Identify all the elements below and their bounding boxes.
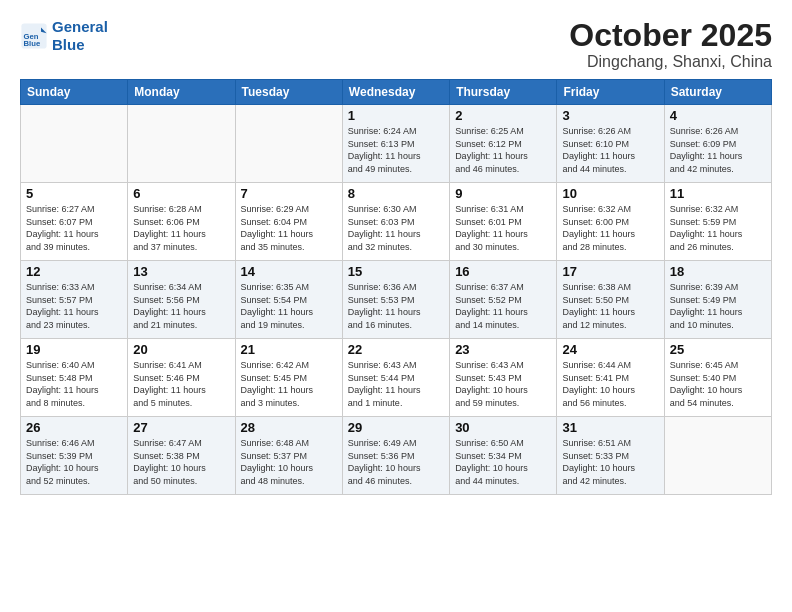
- day-number: 13: [133, 264, 229, 279]
- day-info: Sunrise: 6:30 AM Sunset: 6:03 PM Dayligh…: [348, 203, 444, 253]
- calendar-cell: 1Sunrise: 6:24 AM Sunset: 6:13 PM Daylig…: [342, 105, 449, 183]
- day-info: Sunrise: 6:49 AM Sunset: 5:36 PM Dayligh…: [348, 437, 444, 487]
- calendar-cell: 28Sunrise: 6:48 AM Sunset: 5:37 PM Dayli…: [235, 417, 342, 495]
- calendar-cell: [235, 105, 342, 183]
- day-info: Sunrise: 6:50 AM Sunset: 5:34 PM Dayligh…: [455, 437, 551, 487]
- svg-text:Blue: Blue: [24, 39, 41, 48]
- calendar-cell: 10Sunrise: 6:32 AM Sunset: 6:00 PM Dayli…: [557, 183, 664, 261]
- calendar-cell: 30Sunrise: 6:50 AM Sunset: 5:34 PM Dayli…: [450, 417, 557, 495]
- day-info: Sunrise: 6:26 AM Sunset: 6:09 PM Dayligh…: [670, 125, 766, 175]
- day-number: 11: [670, 186, 766, 201]
- calendar-cell: 24Sunrise: 6:44 AM Sunset: 5:41 PM Dayli…: [557, 339, 664, 417]
- calendar-cell: 13Sunrise: 6:34 AM Sunset: 5:56 PM Dayli…: [128, 261, 235, 339]
- day-number: 18: [670, 264, 766, 279]
- day-number: 16: [455, 264, 551, 279]
- day-number: 8: [348, 186, 444, 201]
- day-info: Sunrise: 6:33 AM Sunset: 5:57 PM Dayligh…: [26, 281, 122, 331]
- calendar-table: SundayMondayTuesdayWednesdayThursdayFrid…: [20, 79, 772, 495]
- day-info: Sunrise: 6:51 AM Sunset: 5:33 PM Dayligh…: [562, 437, 658, 487]
- calendar-cell: 14Sunrise: 6:35 AM Sunset: 5:54 PM Dayli…: [235, 261, 342, 339]
- day-info: Sunrise: 6:43 AM Sunset: 5:43 PM Dayligh…: [455, 359, 551, 409]
- calendar-cell: [21, 105, 128, 183]
- calendar-cell: 9Sunrise: 6:31 AM Sunset: 6:01 PM Daylig…: [450, 183, 557, 261]
- day-info: Sunrise: 6:44 AM Sunset: 5:41 PM Dayligh…: [562, 359, 658, 409]
- calendar-cell: 29Sunrise: 6:49 AM Sunset: 5:36 PM Dayli…: [342, 417, 449, 495]
- day-number: 27: [133, 420, 229, 435]
- day-number: 31: [562, 420, 658, 435]
- day-info: Sunrise: 6:29 AM Sunset: 6:04 PM Dayligh…: [241, 203, 337, 253]
- calendar-cell: 27Sunrise: 6:47 AM Sunset: 5:38 PM Dayli…: [128, 417, 235, 495]
- calendar-page: Gen Blue General Blue October 2025 Dingc…: [0, 0, 792, 612]
- week-row-1: 1Sunrise: 6:24 AM Sunset: 6:13 PM Daylig…: [21, 105, 772, 183]
- day-info: Sunrise: 6:34 AM Sunset: 5:56 PM Dayligh…: [133, 281, 229, 331]
- calendar-cell: 6Sunrise: 6:28 AM Sunset: 6:06 PM Daylig…: [128, 183, 235, 261]
- calendar-cell: 12Sunrise: 6:33 AM Sunset: 5:57 PM Dayli…: [21, 261, 128, 339]
- weekday-header-wednesday: Wednesday: [342, 80, 449, 105]
- day-info: Sunrise: 6:25 AM Sunset: 6:12 PM Dayligh…: [455, 125, 551, 175]
- day-info: Sunrise: 6:38 AM Sunset: 5:50 PM Dayligh…: [562, 281, 658, 331]
- calendar-cell: 22Sunrise: 6:43 AM Sunset: 5:44 PM Dayli…: [342, 339, 449, 417]
- week-row-3: 12Sunrise: 6:33 AM Sunset: 5:57 PM Dayli…: [21, 261, 772, 339]
- day-number: 19: [26, 342, 122, 357]
- day-number: 4: [670, 108, 766, 123]
- week-row-4: 19Sunrise: 6:40 AM Sunset: 5:48 PM Dayli…: [21, 339, 772, 417]
- calendar-cell: 4Sunrise: 6:26 AM Sunset: 6:09 PM Daylig…: [664, 105, 771, 183]
- calendar-cell: 5Sunrise: 6:27 AM Sunset: 6:07 PM Daylig…: [21, 183, 128, 261]
- day-number: 23: [455, 342, 551, 357]
- day-number: 1: [348, 108, 444, 123]
- day-info: Sunrise: 6:47 AM Sunset: 5:38 PM Dayligh…: [133, 437, 229, 487]
- calendar-cell: 15Sunrise: 6:36 AM Sunset: 5:53 PM Dayli…: [342, 261, 449, 339]
- day-info: Sunrise: 6:41 AM Sunset: 5:46 PM Dayligh…: [133, 359, 229, 409]
- day-number: 3: [562, 108, 658, 123]
- day-number: 26: [26, 420, 122, 435]
- day-number: 21: [241, 342, 337, 357]
- day-info: Sunrise: 6:45 AM Sunset: 5:40 PM Dayligh…: [670, 359, 766, 409]
- calendar-cell: 17Sunrise: 6:38 AM Sunset: 5:50 PM Dayli…: [557, 261, 664, 339]
- day-number: 6: [133, 186, 229, 201]
- calendar-cell: 7Sunrise: 6:29 AM Sunset: 6:04 PM Daylig…: [235, 183, 342, 261]
- day-number: 20: [133, 342, 229, 357]
- day-number: 12: [26, 264, 122, 279]
- calendar-cell: 19Sunrise: 6:40 AM Sunset: 5:48 PM Dayli…: [21, 339, 128, 417]
- day-number: 22: [348, 342, 444, 357]
- calendar-cell: [664, 417, 771, 495]
- day-number: 30: [455, 420, 551, 435]
- day-number: 14: [241, 264, 337, 279]
- calendar-cell: 26Sunrise: 6:46 AM Sunset: 5:39 PM Dayli…: [21, 417, 128, 495]
- calendar-cell: 23Sunrise: 6:43 AM Sunset: 5:43 PM Dayli…: [450, 339, 557, 417]
- calendar-cell: 21Sunrise: 6:42 AM Sunset: 5:45 PM Dayli…: [235, 339, 342, 417]
- weekday-header-saturday: Saturday: [664, 80, 771, 105]
- calendar-cell: [128, 105, 235, 183]
- week-row-2: 5Sunrise: 6:27 AM Sunset: 6:07 PM Daylig…: [21, 183, 772, 261]
- calendar-cell: 16Sunrise: 6:37 AM Sunset: 5:52 PM Dayli…: [450, 261, 557, 339]
- day-number: 7: [241, 186, 337, 201]
- day-info: Sunrise: 6:31 AM Sunset: 6:01 PM Dayligh…: [455, 203, 551, 253]
- calendar-cell: 3Sunrise: 6:26 AM Sunset: 6:10 PM Daylig…: [557, 105, 664, 183]
- day-number: 17: [562, 264, 658, 279]
- weekday-header-monday: Monday: [128, 80, 235, 105]
- day-info: Sunrise: 6:35 AM Sunset: 5:54 PM Dayligh…: [241, 281, 337, 331]
- day-info: Sunrise: 6:37 AM Sunset: 5:52 PM Dayligh…: [455, 281, 551, 331]
- day-info: Sunrise: 6:39 AM Sunset: 5:49 PM Dayligh…: [670, 281, 766, 331]
- day-number: 28: [241, 420, 337, 435]
- day-number: 15: [348, 264, 444, 279]
- day-info: Sunrise: 6:28 AM Sunset: 6:06 PM Dayligh…: [133, 203, 229, 253]
- weekday-header-thursday: Thursday: [450, 80, 557, 105]
- week-row-5: 26Sunrise: 6:46 AM Sunset: 5:39 PM Dayli…: [21, 417, 772, 495]
- calendar-cell: 18Sunrise: 6:39 AM Sunset: 5:49 PM Dayli…: [664, 261, 771, 339]
- calendar-cell: 2Sunrise: 6:25 AM Sunset: 6:12 PM Daylig…: [450, 105, 557, 183]
- calendar-cell: 31Sunrise: 6:51 AM Sunset: 5:33 PM Dayli…: [557, 417, 664, 495]
- day-info: Sunrise: 6:40 AM Sunset: 5:48 PM Dayligh…: [26, 359, 122, 409]
- logo-area: Gen Blue General Blue: [20, 18, 108, 54]
- title-area: October 2025 Dingchang, Shanxi, China: [569, 18, 772, 71]
- day-info: Sunrise: 6:32 AM Sunset: 5:59 PM Dayligh…: [670, 203, 766, 253]
- day-info: Sunrise: 6:48 AM Sunset: 5:37 PM Dayligh…: [241, 437, 337, 487]
- header: Gen Blue General Blue October 2025 Dingc…: [20, 18, 772, 71]
- logo-text: General Blue: [52, 18, 108, 54]
- day-number: 9: [455, 186, 551, 201]
- weekday-header-tuesday: Tuesday: [235, 80, 342, 105]
- logo-icon: Gen Blue: [20, 22, 48, 50]
- calendar-cell: 20Sunrise: 6:41 AM Sunset: 5:46 PM Dayli…: [128, 339, 235, 417]
- location-title: Dingchang, Shanxi, China: [569, 53, 772, 71]
- weekday-header-friday: Friday: [557, 80, 664, 105]
